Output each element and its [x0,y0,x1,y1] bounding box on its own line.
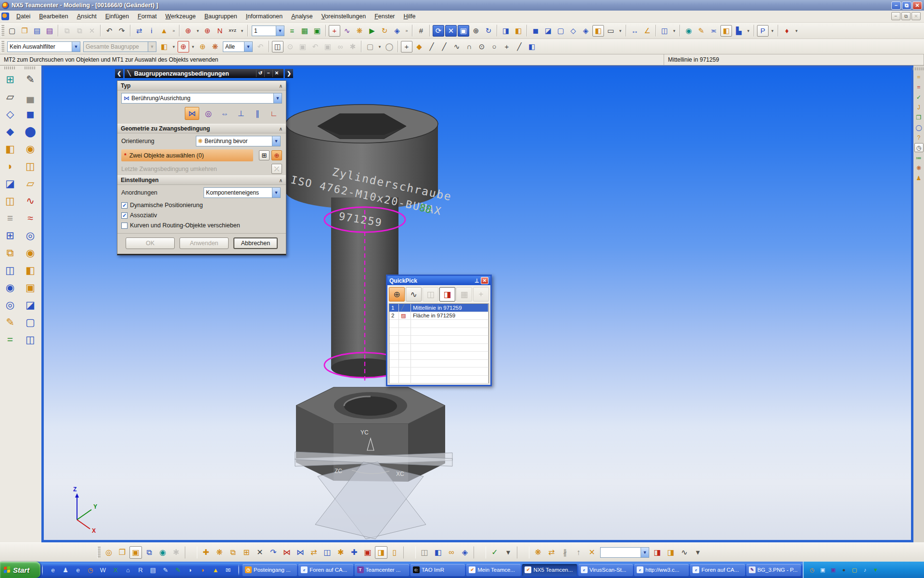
select-component-icon[interactable]: ▣ [129,546,142,559]
hole-series-icon[interactable]: ▢ [22,315,38,330]
collapse-chevron-icon[interactable]: ∧ [279,83,282,89]
circle-center-snap-icon[interactable]: ⊙ [476,41,488,53]
zoom-in-icon[interactable]: ⊕ [470,25,482,37]
constraint-navigator-icon[interactable]: ⋈ [294,546,307,559]
midpoint-snap-icon[interactable]: ◆ [413,41,425,53]
qp-curve-icon[interactable]: ∿ [406,287,422,302]
block-icon[interactable]: ◼ [22,106,38,122]
display-mode-icon[interactable]: ▭ [605,25,616,37]
ql-ie-icon[interactable]: e [48,565,58,575]
grid-icon[interactable]: # [415,25,427,37]
tray-mail-icon[interactable]: ◷ [808,566,816,574]
mirror-feature-icon[interactable]: ◫ [2,263,18,278]
tray-app-icon[interactable]: ▣ [819,566,827,574]
people-icon[interactable]: ♟ [914,173,924,183]
part-navigator-icon[interactable]: P [757,25,769,37]
display-dropdown-caret[interactable]: ▾ [617,25,623,37]
tray-volume-icon[interactable]: ♪ [861,566,869,574]
measure-distance-icon[interactable]: ↔ [629,25,641,37]
dynamische-positionierung-checkbox[interactable]: Dynamische Positionierung [117,200,286,210]
assemblies-icon[interactable]: ◫ [659,25,670,37]
zoom-box-icon[interactable]: ▣ [458,25,469,37]
layer-dropdown[interactable]: 1▼ [252,26,284,36]
distance-icon[interactable]: ⇔ [218,107,232,120]
quickpick-titlebar[interactable]: QuickPick ⊣ ✕ [387,276,490,285]
freeform-icon[interactable]: ≈ [22,210,38,226]
ql-r-icon[interactable]: R [135,565,146,575]
scope-dropdown-caret[interactable]: ▾ [171,41,177,53]
layer-settings-icon[interactable]: ≡ [286,25,298,37]
extrude-icon[interactable]: ◧ [2,141,18,157]
ql-notes-icon[interactable]: ▤ [148,565,158,575]
compare-icon[interactable]: ≍ [708,25,719,37]
qp-body-icon[interactable]: ▦ [456,287,472,302]
show-component-icon[interactable]: ◨ [665,546,677,559]
polygon-select-icon[interactable]: ◯ [384,41,395,53]
ql-mail2-icon[interactable]: ✉ [223,565,233,575]
menu-format[interactable]: Format [133,12,161,21]
menu-analyse[interactable]: Analyse [287,12,317,21]
interpart-copy-icon[interactable]: ❋ [532,546,544,559]
move-object-icon[interactable]: ⧉ [2,245,18,261]
frame-select-icon[interactable]: ▣ [297,41,308,53]
annotation-icon[interactable]: ✎ [695,25,707,37]
cancel-button[interactable]: Abbrechen [233,237,278,249]
show-product-outline-icon[interactable]: ⧉ [143,546,155,559]
general-filter-icon[interactable]: ⊕ [178,41,189,53]
open-component-icon[interactable]: ❐ [116,546,128,559]
snap-scope-dropdown[interactable]: Alle▼ [223,41,253,52]
ql-pens-icon[interactable]: ✎ [173,565,183,575]
wcs-dynamics-icon[interactable]: ⊕ [202,25,213,37]
face-snap-icon[interactable]: ◧ [526,41,538,53]
camera-icon[interactable]: ◉ [683,25,694,37]
thread-icon[interactable]: ≡ [2,210,18,226]
toolbar-handle[interactable] [4,66,16,69]
add-to-list-button[interactable]: ⊞ [259,150,270,160]
pad-icon[interactable]: ◧ [22,263,38,278]
quickpick-row[interactable] [389,376,488,384]
toolbar-handle[interactable] [25,66,36,69]
snap-frame-icon[interactable]: ▣ [322,41,334,53]
assoziativ-checkbox[interactable]: Assoziativ [117,210,286,220]
explode-assembly-icon[interactable]: ◨ [375,546,387,559]
quickpick-row[interactable] [389,320,488,328]
fit-view-icon[interactable]: ✕ [445,25,457,37]
task-mein-teamcenter[interactable]: ✔ Mein Teamce... [466,564,521,576]
toolbar-handle[interactable] [1,25,4,37]
orientierung-dropdown[interactable]: ❋ Berührung bevor ▼ [196,136,281,146]
new-parent-icon[interactable]: ⧉ [227,546,239,559]
overflow-chevron-icon[interactable]: » [404,25,410,37]
menu-hilfe[interactable]: Hilfe [399,12,420,21]
dialog-titlebar[interactable]: ╲ Baugruppenzwangsbedingungen ↺ − ✕ [125,69,283,78]
selection-scope-dropdown[interactable]: Gesamte Baugruppe▼ [83,41,156,52]
pattern-feature-icon[interactable]: ⊞ [2,228,18,243]
endpoint-snap-icon[interactable]: ╱ [426,41,437,53]
add-component-icon[interactable]: ✚ [200,546,212,559]
arrange-dropdown-caret[interactable]: ▾ [745,25,751,37]
cylinder-icon[interactable]: ⬤ [22,124,38,139]
facet-view-icon[interactable]: ◈ [580,25,591,37]
arrange-icon[interactable]: ▙ [733,25,744,37]
section-header-typ[interactable]: Typ ∧ [117,81,286,91]
color-filter-icon[interactable]: ❋ [209,41,221,53]
ql-alert-icon[interactable]: ▲ [210,565,221,575]
point-coords-icon[interactable]: XYZ [227,25,238,37]
chain-curves-icon[interactable]: ∞ [334,41,346,53]
unite-icon[interactable]: ◉ [2,280,18,295]
task-virusscan[interactable]: e VirusScan-St... [578,564,633,576]
object-info-icon[interactable]: i [146,25,157,37]
checkbox[interactable] [121,202,128,209]
ql-browser2-icon[interactable]: ◗ [198,565,208,575]
cast-tool-icon[interactable]: ▄ [22,89,38,105]
task-foren-1[interactable]: e Foren auf CA... [298,564,353,576]
refresh-icon[interactable]: ⟳ [433,25,444,37]
sweep-guide-icon[interactable]: ∿ [22,193,38,209]
close-button[interactable]: ✕ [912,1,922,10]
graphics-viewport[interactable]: Zylinderschraube ISO 4762-M10x20-BUMAX 9… [41,66,913,542]
tools-icon[interactable]: ♦ [781,25,793,37]
subtract-icon[interactable]: ◎ [2,297,18,313]
polyline-dropdown-caret[interactable]: ▾ [692,546,704,559]
ql-editor-icon[interactable]: ✎ [160,565,171,575]
expression-icon[interactable]: = [2,332,18,347]
play-icon[interactable]: ▶ [366,25,378,37]
